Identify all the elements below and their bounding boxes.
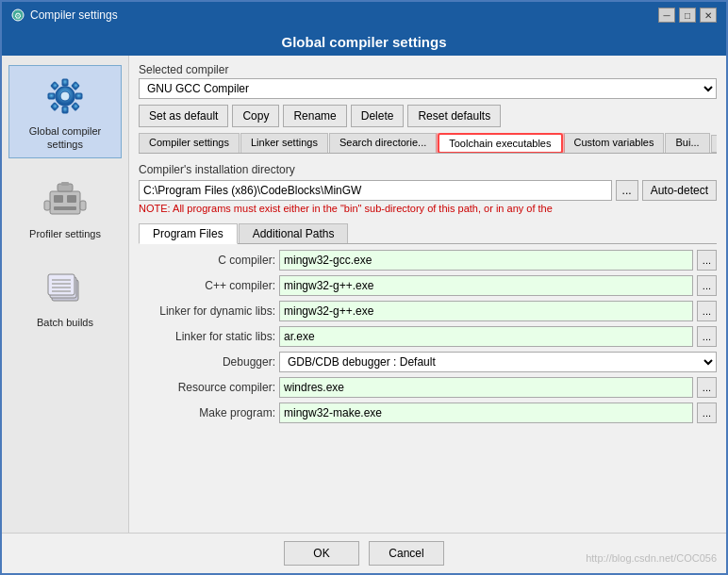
svg-rect-13 [54, 195, 63, 203]
sidebar-item-profiler-label: Profiler settings [29, 227, 101, 240]
svg-rect-9 [72, 82, 79, 90]
watermark: http://blog.csdn.net/COC056 [586, 552, 717, 564]
dir-input[interactable] [139, 180, 612, 201]
resource-compiler-browse[interactable]: ... [697, 377, 717, 398]
svg-rect-15 [54, 206, 76, 210]
main-title: Global compiler settings [2, 28, 726, 56]
c-compiler-input[interactable] [279, 250, 693, 271]
make-program-input[interactable] [279, 402, 693, 423]
c-compiler-label: C compiler: [139, 254, 275, 267]
program-files-section: C compiler: ... C++ compiler: ... Linker… [139, 250, 717, 525]
cpp-compiler-row: C++ compiler: ... [139, 275, 717, 296]
subtabs-row: Program Files Additional Paths [139, 223, 717, 244]
right-panel: Selected compiler GNU GCC Compiler Set a… [129, 56, 726, 533]
svg-rect-19 [80, 201, 86, 210]
sidebar-item-batch-builds[interactable]: Batch builds [8, 256, 122, 336]
set-as-default-button[interactable]: Set as default [139, 105, 228, 127]
installation-section-label: Compiler's installation directory [139, 163, 717, 176]
subtab-additional-paths[interactable]: Additional Paths [239, 223, 349, 243]
content-area: Global compiler settings Profiler settin… [2, 56, 726, 533]
minimize-button[interactable]: ─ [658, 8, 675, 23]
main-window: ⚙ Compiler settings ─ □ ✕ Global compile… [0, 0, 728, 575]
svg-rect-11 [72, 103, 79, 110]
action-buttons-row: Set as default Copy Rename Delete Reset … [139, 105, 717, 127]
linker-dynamic-row: Linker for dynamic libs: ... [139, 301, 717, 321]
svg-rect-18 [44, 201, 50, 210]
title-bar-title: ⚙ Compiler settings [11, 8, 118, 22]
selected-compiler-section: Selected compiler GNU GCC Compiler [139, 63, 717, 99]
debugger-label: Debugger: [139, 355, 275, 369]
linker-dynamic-input[interactable] [279, 301, 693, 321]
svg-point-3 [60, 91, 70, 101]
title-bar: ⚙ Compiler settings ─ □ ✕ [2, 2, 726, 28]
delete-button[interactable]: Delete [351, 105, 405, 127]
compiler-row: GNU GCC Compiler [139, 78, 717, 99]
auto-detect-button[interactable]: Auto-detect [642, 180, 717, 201]
cpp-compiler-input[interactable] [279, 275, 693, 296]
cpp-compiler-browse[interactable]: ... [697, 275, 717, 296]
c-compiler-row: C compiler: ... [139, 250, 717, 271]
cpp-compiler-label: C++ compiler: [139, 279, 275, 292]
sidebar: Global compiler settings Profiler settin… [2, 56, 129, 533]
resource-compiler-input[interactable] [279, 377, 693, 398]
svg-rect-7 [75, 93, 82, 99]
sidebar-item-global-label: Global compiler settings [15, 124, 115, 152]
make-program-browse[interactable]: ... [697, 402, 717, 423]
svg-rect-8 [51, 82, 58, 90]
cancel-button[interactable]: Cancel [369, 541, 444, 566]
batch-builds-icon [41, 263, 90, 312]
make-program-label: Make program: [139, 406, 275, 419]
dir-row: ... Auto-detect [139, 180, 717, 201]
sidebar-item-batch-label: Batch builds [37, 316, 93, 329]
svg-rect-4 [62, 79, 68, 86]
bottom-bar: OK Cancel http://blog.csdn.net/COC056 [2, 533, 726, 573]
title-text: Compiler settings [30, 8, 118, 22]
rename-button[interactable]: Rename [283, 105, 346, 127]
global-compiler-icon [41, 72, 90, 121]
linker-static-browse[interactable]: ... [697, 326, 717, 347]
linker-static-label: Linker for static libs: [139, 330, 275, 343]
c-compiler-browse[interactable]: ... [697, 250, 717, 271]
debugger-select[interactable]: GDB/CDB debugger : Default [279, 352, 717, 372]
svg-rect-12 [50, 191, 80, 214]
tab-custom-variables[interactable]: Custom variables [564, 133, 665, 153]
tab-bui[interactable]: Bui... [665, 133, 709, 153]
app-icon: ⚙ [11, 8, 25, 22]
maximize-button[interactable]: □ [679, 8, 696, 23]
resource-compiler-label: Resource compiler: [139, 381, 275, 394]
sidebar-item-global-compiler[interactable]: Global compiler settings [8, 65, 122, 158]
svg-rect-17 [61, 182, 69, 186]
svg-text:⚙: ⚙ [14, 11, 22, 21]
tabs-row: Compiler settings Linker settings Search… [139, 133, 717, 154]
copy-button[interactable]: Copy [232, 105, 279, 127]
reset-defaults-button[interactable]: Reset defaults [407, 105, 501, 127]
dir-browse-button[interactable]: ... [616, 180, 638, 201]
resource-compiler-row: Resource compiler: ... [139, 377, 717, 398]
close-button[interactable]: ✕ [700, 8, 717, 23]
tab-toolchain-executables[interactable]: Toolchain executables [438, 133, 562, 154]
tab-nav-left[interactable]: ◄ [711, 135, 717, 153]
title-bar-controls: ─ □ ✕ [658, 8, 717, 23]
tab-compiler-settings[interactable]: Compiler settings [139, 133, 240, 153]
sidebar-item-profiler[interactable]: Profiler settings [8, 168, 122, 247]
linker-static-input[interactable] [279, 326, 693, 347]
profiler-icon [41, 174, 90, 223]
linker-static-row: Linker for static libs: ... [139, 326, 717, 347]
svg-rect-5 [62, 107, 68, 113]
ok-button[interactable]: OK [284, 541, 359, 566]
selected-compiler-label: Selected compiler [139, 63, 717, 76]
compiler-select[interactable]: GNU GCC Compiler [139, 78, 717, 99]
tab-search-directories[interactable]: Search directorie... [329, 133, 437, 153]
linker-dynamic-browse[interactable]: ... [697, 301, 717, 321]
installation-section: Compiler's installation directory ... Au… [139, 163, 717, 214]
tab-linker-settings[interactable]: Linker settings [240, 133, 328, 153]
subtab-program-files[interactable]: Program Files [139, 223, 238, 244]
svg-rect-6 [48, 93, 55, 99]
svg-rect-14 [67, 195, 76, 203]
svg-rect-10 [51, 103, 58, 110]
make-program-row: Make program: ... [139, 402, 717, 423]
installation-note: NOTE: All programs must exist either in … [139, 203, 717, 214]
debugger-row: Debugger: GDB/CDB debugger : Default [139, 352, 717, 372]
linker-dynamic-label: Linker for dynamic libs: [139, 304, 275, 318]
